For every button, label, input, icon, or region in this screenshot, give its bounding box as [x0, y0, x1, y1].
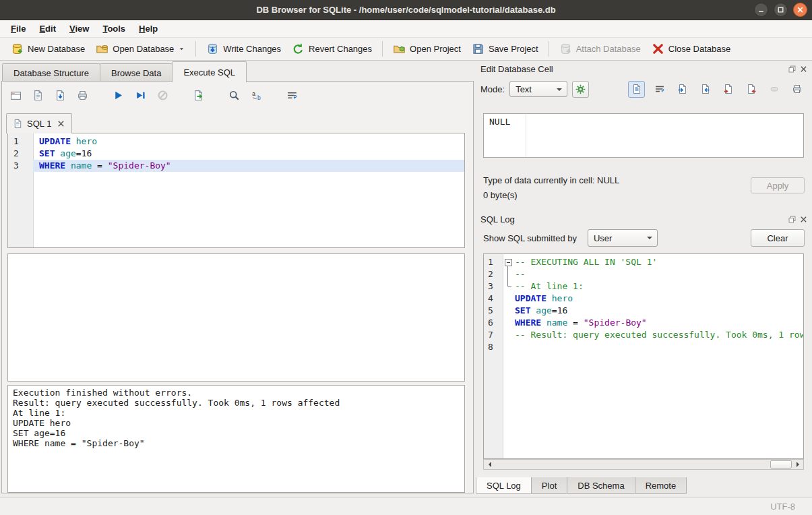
open-sql-file-button[interactable] — [30, 87, 46, 104]
horizontal-scrollbar[interactable] — [483, 459, 804, 470]
dock-tab-remote[interactable]: Remote — [635, 477, 687, 494]
scrollbar-track[interactable] — [495, 460, 792, 469]
log-filter-row: Show SQL submitted by User — [483, 229, 745, 247]
cell-type-text: Type of data currently in cell: NULL — [483, 175, 619, 185]
auto-mode-button[interactable] — [572, 81, 589, 98]
open-file-icon — [677, 84, 688, 94]
open-project-icon — [393, 42, 406, 55]
export-button[interactable] — [743, 81, 759, 98]
execute-all-button[interactable] — [110, 87, 127, 104]
line-number: 3 — [8, 160, 33, 172]
cell-size-text: 0 byte(s) — [483, 190, 518, 200]
maximize-button[interactable] — [774, 3, 788, 17]
toolbar-button-label: Open Project — [410, 44, 461, 54]
clear-button[interactable]: Clear — [751, 229, 805, 247]
fold-column — [503, 329, 513, 341]
menu-edit[interactable]: Edit — [32, 21, 63, 36]
fold-marker[interactable] — [503, 256, 513, 268]
word-wrap-icon — [286, 90, 298, 101]
save-sql-file-button[interactable] — [52, 87, 69, 104]
new-tab-button[interactable] — [7, 87, 24, 104]
word-wrap-button[interactable] — [651, 81, 668, 98]
fold-column — [503, 293, 513, 305]
edit-cell-header: Edit Database Cell — [480, 63, 808, 75]
tab-sql-1[interactable]: SQL 1 — [6, 113, 72, 133]
revert-changes-button[interactable]: Revert Changes — [286, 40, 377, 58]
open-sql-file-icon — [32, 90, 44, 101]
submitter-select[interactable]: User — [588, 229, 658, 247]
title-bar[interactable]: DB Browser for SQLite - /home/user/code/… — [0, 0, 812, 20]
sql-log-editor[interactable]: 1-- EXECUTING ALL IN 'SQL 1'2--3-- At li… — [483, 253, 804, 459]
tab-database-structure[interactable]: Database Structure — [2, 63, 100, 82]
find-button[interactable] — [226, 87, 243, 104]
close-button[interactable] — [793, 3, 807, 17]
float-icon[interactable] — [787, 214, 797, 224]
toolbar-separator — [549, 41, 549, 57]
log-line: Result: query executed successfully. Too… — [13, 398, 460, 408]
dock-tab-db-schema[interactable]: DB Schema — [567, 477, 635, 494]
sql-tab-label: SQL 1 — [27, 119, 51, 129]
toolbar-button-label: Attach Database — [576, 44, 641, 54]
close-database-button[interactable]: Close Database — [646, 40, 737, 58]
set-null-icon — [769, 84, 780, 94]
attach-database-icon — [559, 42, 572, 55]
dock-tab-plot[interactable]: Plot — [531, 477, 567, 494]
toolbar-button-label: New Database — [28, 44, 85, 54]
code-line-4: 4UPDATE hero — [484, 293, 803, 305]
menu-file[interactable]: File — [4, 21, 32, 36]
line-number: 4 — [484, 293, 503, 305]
code-text: SET age=16 — [33, 148, 92, 160]
import-button[interactable] — [720, 81, 737, 98]
menu-view[interactable]: View — [63, 21, 96, 36]
right-arrow-icon — [797, 462, 802, 467]
close-tab-button[interactable] — [57, 119, 65, 128]
main-toolbar: New DatabaseOpen DatabaseWrite ChangesRe… — [0, 37, 812, 61]
code-line-6: 6WHERE name = "Spider-Boy" — [484, 317, 803, 329]
dock-tab-sql-log[interactable]: SQL Log — [476, 477, 532, 494]
menu-help[interactable]: Help — [132, 21, 164, 36]
replace-button[interactable]: ab — [248, 87, 265, 104]
close-icon[interactable] — [799, 214, 808, 224]
code-line-1: 1UPDATE hero — [8, 135, 464, 148]
fold-marker — [503, 280, 513, 293]
open-database-button[interactable]: Open Database — [90, 40, 191, 58]
print-button[interactable] — [74, 87, 91, 104]
open-file-button[interactable] — [674, 81, 691, 98]
cell-editor[interactable]: NULL — [483, 113, 804, 158]
open-project-button[interactable]: Open Project — [387, 40, 466, 58]
code-line-5: 5SET age=16 — [484, 305, 803, 317]
import-icon — [723, 84, 734, 94]
tab-execute-sql[interactable]: Execute SQL — [172, 61, 247, 82]
code-line-8: 8 — [484, 341, 803, 353]
log-line: Execution finished without errors. — [13, 388, 460, 398]
minimize-button[interactable] — [754, 3, 768, 17]
text-view-button[interactable] — [628, 81, 645, 98]
word-wrap-button[interactable] — [284, 87, 301, 104]
menu-tools[interactable]: Tools — [96, 21, 132, 36]
code-text: WHERE name = "Spider-Boy" — [33, 160, 171, 172]
execute-sql-pane: ab SQL 1 1UPDATE hero2SET age=163WHERE n… — [1, 81, 474, 493]
dock-tabs: SQL LogPlotDB SchemaRemote — [476, 477, 686, 494]
execute-current-line-button[interactable] — [132, 87, 149, 104]
write-changes-button[interactable]: Write Changes — [201, 40, 286, 58]
close-icon — [57, 119, 65, 128]
export-results-button[interactable] — [190, 87, 207, 104]
code-text: WHERE name = "Spider-Boy" — [513, 317, 647, 329]
close-icon[interactable] — [799, 64, 808, 73]
float-icon[interactable] — [787, 64, 797, 73]
new-database-button[interactable]: New Database — [5, 40, 90, 58]
print-button[interactable] — [788, 81, 805, 98]
toolbar-button-label: Revert Changes — [309, 44, 372, 54]
line-number: 2 — [8, 148, 33, 160]
save-file-button[interactable] — [697, 81, 714, 98]
mode-select[interactable]: Text — [509, 81, 567, 97]
auto-mode-icon — [575, 84, 586, 95]
code-line-2: 2-- — [484, 268, 803, 280]
tab-browse-data[interactable]: Browse Data — [100, 63, 173, 82]
scroll-right-button[interactable] — [792, 460, 803, 469]
scroll-left-button[interactable] — [484, 460, 495, 469]
sql-editor[interactable]: 1UPDATE hero2SET age=163WHERE name = "Sp… — [7, 133, 465, 248]
save-project-button[interactable]: Save Project — [466, 40, 544, 58]
app-window: DB Browser for SQLite - /home/user/code/… — [0, 0, 812, 515]
scrollbar-thumb[interactable] — [770, 460, 792, 468]
